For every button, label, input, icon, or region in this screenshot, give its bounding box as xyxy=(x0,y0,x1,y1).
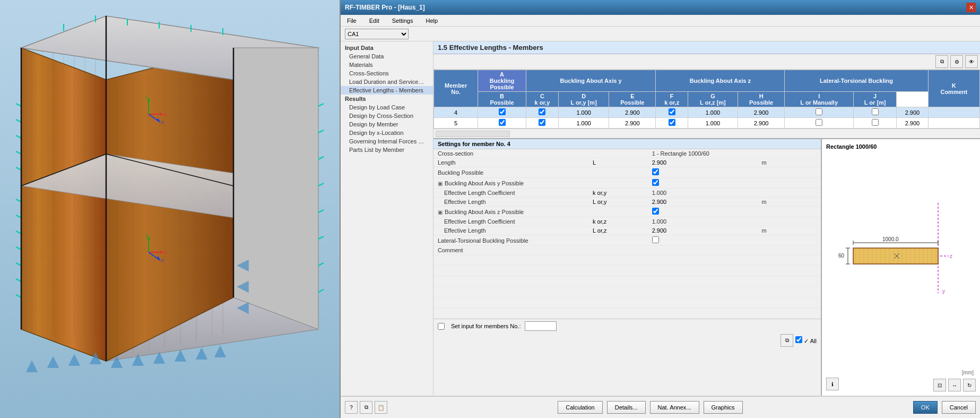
cell-lcry-4: 2.900 xyxy=(609,107,656,118)
value-buckling[interactable] xyxy=(648,167,821,178)
value-bucky[interactable] xyxy=(648,178,821,189)
label-kcrz: Effective Length Coefficient xyxy=(433,217,588,226)
cell-lt-manually-5[interactable] xyxy=(854,118,897,129)
col-header-a: ABucklingPossible xyxy=(478,70,526,92)
svg-text:60: 60 xyxy=(838,253,845,259)
value-lateral[interactable] xyxy=(648,235,821,246)
nav-load-duration[interactable]: Load Duration and Service Clas... xyxy=(341,78,433,86)
bottom-icon-paste[interactable]: 📋 xyxy=(375,401,387,414)
svg-text:x: x xyxy=(164,112,167,117)
set-input-field[interactable] xyxy=(525,321,557,331)
cell-lt-possible-4[interactable] xyxy=(785,107,854,118)
value-lcry: 2.900 xyxy=(648,198,758,207)
copy-icon-btn[interactable]: ⧉ xyxy=(935,55,948,68)
all-row: ⧉ ✓ All xyxy=(433,333,821,348)
bottom-icon-help[interactable]: ? xyxy=(345,401,358,414)
table-row[interactable]: 5 1.000 2.900 1.000 2.900 2.900 xyxy=(434,118,980,129)
symbol-buckz xyxy=(588,207,648,217)
details-button[interactable]: Details... xyxy=(607,401,646,414)
settings-row-bucky: ▣Buckling About Axis y Possible xyxy=(433,178,821,189)
settings-row-buckz: ▣Buckling About Axis z Possible xyxy=(433,207,821,217)
cell-buckling-5[interactable] xyxy=(478,118,526,129)
nav-general-data[interactable]: General Data xyxy=(341,52,433,61)
settings-row-lateral: Lateral-Torsional Buckling Possible xyxy=(433,235,821,246)
table-icons: ⧉ ⚙ 👁 xyxy=(433,54,980,70)
value-kcry: 1.000 xyxy=(648,189,821,198)
cell-bz-possible-5[interactable] xyxy=(656,118,688,129)
main-content: Input Data General Data Materials Cross-… xyxy=(341,41,980,396)
symbol-kcrz: k or,z xyxy=(588,217,648,226)
cancel-button[interactable]: Cancel xyxy=(942,401,976,414)
menu-file[interactable]: File xyxy=(345,17,359,24)
unit-length: m xyxy=(757,158,821,167)
menu-help[interactable]: Help xyxy=(423,17,440,24)
bottom-icon-copy[interactable]: ⧉ xyxy=(360,401,372,414)
cs-zoom-fit-btn[interactable]: ⊡ xyxy=(933,379,946,391)
svg-text:1000.0: 1000.0 xyxy=(882,236,899,242)
nav-cross-sections[interactable]: Cross-Sections xyxy=(341,69,433,78)
cell-kcry-4: 1.000 xyxy=(559,107,609,118)
all-label: ✓ All xyxy=(795,336,817,345)
col-e: EPossible xyxy=(609,92,656,107)
label-comment: Comment xyxy=(433,246,588,255)
table-area: MemberNo. ABucklingPossible Buckling Abo… xyxy=(433,70,980,129)
label-lateral: Lateral-Torsional Buckling Possible xyxy=(433,235,588,246)
cs-rotate-btn[interactable]: ↻ xyxy=(963,379,976,391)
3d-viewport[interactable]: x y z x y z xyxy=(0,0,340,418)
value-kcrz: 1.000 xyxy=(648,217,821,226)
nav-governing-forces[interactable]: Governing Internal Forces by M... xyxy=(341,137,433,146)
eye-icon-btn[interactable]: 👁 xyxy=(965,55,978,68)
ok-button[interactable]: OK xyxy=(913,401,938,414)
settings-row-lcrz: Effective Length L or,z 2.900 m xyxy=(433,226,821,235)
nav-design-load-case[interactable]: Design by Load Case xyxy=(341,103,433,112)
h-scrollbar[interactable] xyxy=(436,131,510,137)
col-c: Ck or,y xyxy=(526,92,558,107)
col-i: IL or Manually xyxy=(785,92,854,107)
nat-annex-button[interactable]: Nat. Annex... xyxy=(650,401,699,414)
calculation-button[interactable]: Calculation xyxy=(558,401,602,414)
svg-text:y: y xyxy=(145,94,148,99)
cs-zoom-btn[interactable]: ↔ xyxy=(948,379,961,391)
label-kcry: Effective Length Coefficient xyxy=(433,189,588,198)
cross-section-title: Rectangle 1000/60 xyxy=(826,143,877,150)
copy-icon-btn2[interactable]: ⧉ xyxy=(780,334,793,347)
nav-effective-lengths[interactable]: Effective Lengths - Members xyxy=(341,86,433,95)
col-header-lateral: Lateral-Torsional Buckling xyxy=(785,70,928,92)
nav-parts-list[interactable]: Parts List by Member xyxy=(341,146,433,154)
cell-bz-possible-4[interactable] xyxy=(656,107,688,118)
cell-by-possible-5[interactable] xyxy=(526,118,558,129)
label-lcrz: Effective Length xyxy=(433,226,588,235)
symbol-buckling xyxy=(588,167,648,178)
cell-lt-possible-5[interactable] xyxy=(785,118,854,129)
ca-select[interactable]: CA1 xyxy=(345,29,409,39)
settings-row-length: Length L 2.900 m xyxy=(433,158,821,167)
bottom-left-icons: ? ⧉ 📋 xyxy=(345,401,387,414)
menu-settings[interactable]: Settings xyxy=(390,17,415,24)
settings-table: Cross-section 1 - Rectangle 1000/60 Leng… xyxy=(433,149,821,319)
symbol-crosssection xyxy=(588,149,648,158)
all-checkbox[interactable] xyxy=(795,336,802,343)
cell-by-possible-4[interactable] xyxy=(526,107,558,118)
close-button[interactable]: ✕ xyxy=(966,3,976,12)
graphics-button[interactable]: Graphics xyxy=(704,401,743,414)
nav-design-cross-section[interactable]: Design by Cross-Section xyxy=(341,112,433,120)
dialog-title: RF-TIMBER Pro - [Haus_1] xyxy=(345,4,425,11)
section-header: 1.5 Effective Lengths - Members xyxy=(433,41,980,54)
nav-design-x-location[interactable]: Design by x-Location xyxy=(341,129,433,137)
svg-text:y: y xyxy=(942,288,945,294)
cell-lt-manually-4[interactable] xyxy=(854,107,897,118)
symbol-comment xyxy=(588,246,648,255)
cell-buckling-4[interactable] xyxy=(478,107,526,118)
nav-design-member[interactable]: Design by Member xyxy=(341,120,433,129)
cell-lt-lcr-4: 2.900 xyxy=(897,107,929,118)
svg-text:z: z xyxy=(950,253,952,259)
unit-lcry: m xyxy=(757,198,821,207)
set-input-checkbox[interactable] xyxy=(438,323,445,330)
svg-text:z: z xyxy=(161,258,164,263)
table-row[interactable]: 4 1.000 2.900 1.000 2.900 2.900 xyxy=(434,107,980,118)
menu-edit[interactable]: Edit xyxy=(367,17,381,24)
nav-materials[interactable]: Materials xyxy=(341,61,433,69)
value-buckz[interactable] xyxy=(648,207,821,217)
cs-info-icon-btn[interactable]: ℹ xyxy=(826,378,839,390)
settings-icon-btn[interactable]: ⚙ xyxy=(950,55,963,68)
